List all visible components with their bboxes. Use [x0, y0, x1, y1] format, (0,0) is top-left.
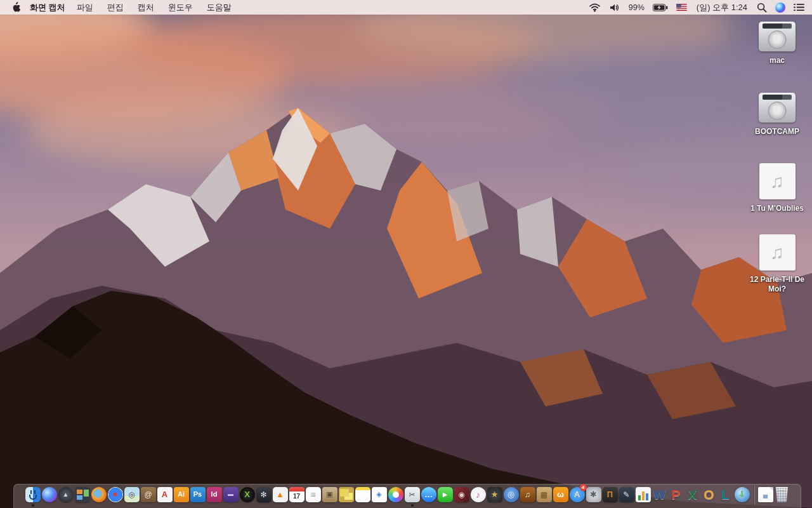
dock-item-siri[interactable]: [41, 486, 58, 503]
menu-item-4[interactable]: 윈도우: [168, 2, 193, 13]
image-document-icon: ▄: [758, 487, 773, 502]
dock-item-numbers[interactable]: [635, 486, 652, 503]
dock-item-ibooks[interactable]: ω: [553, 486, 569, 503]
finder-icon: [25, 487, 41, 502]
dock-item-calendar[interactable]: 17: [289, 486, 305, 503]
dock-item-illustrator[interactable]: Ai: [173, 486, 190, 503]
dock-item-trash[interactable]: [774, 486, 790, 503]
xee-icon: X: [240, 487, 255, 502]
dock-item-facetime[interactable]: ▶: [437, 486, 454, 503]
desktop-wallpaper: [0, 0, 812, 508]
firefox-icon: [91, 487, 107, 502]
dock-item-pages[interactable]: ✎: [619, 486, 635, 503]
dock-item-firefox[interactable]: [91, 486, 107, 503]
dock-item-disk-utility[interactable]: ✻: [256, 486, 272, 503]
dock-item-garageband[interactable]: ♫: [520, 486, 536, 503]
dock-item-lync[interactable]: L: [717, 486, 734, 503]
menu-item-2[interactable]: 편집: [107, 2, 124, 13]
dock-item-launchpad[interactable]: ▲: [58, 486, 74, 503]
dock-item-toast[interactable]: ▬: [223, 486, 239, 503]
dock-item-safari[interactable]: ◆: [107, 486, 124, 503]
mail-drop-box-icon: ▣: [322, 487, 337, 502]
siri-icon: [42, 487, 57, 502]
dock-item-grab[interactable]: ✂: [404, 486, 421, 503]
dock-item-keynote[interactable]: Π: [602, 486, 619, 503]
dock-item-mail-drop-box[interactable]: ▣: [322, 486, 338, 503]
menu-bar-menus: 파일편집캡처윈도우도움말: [77, 2, 232, 13]
dock-item-dvd-player[interactable]: ◎: [503, 486, 520, 503]
spotlight-search-icon[interactable]: [757, 3, 767, 13]
dock-item-stickies[interactable]: [338, 486, 355, 503]
wifi-icon[interactable]: [589, 3, 601, 12]
dock-item-app-store[interactable]: A4: [569, 486, 586, 503]
photos-icon: [388, 487, 403, 502]
dock-item-itunes[interactable]: ♪: [470, 486, 487, 503]
documents-icon: ◈: [372, 487, 387, 502]
dock-item-contacts[interactable]: @: [140, 486, 157, 503]
battery-charging-icon[interactable]: [653, 4, 668, 11]
desktop-icon-song-12[interactable]: ♫12 Parle-T-Il De Moi?: [748, 234, 806, 294]
dock-item-vlc[interactable]: ▲: [272, 486, 289, 503]
dock-item-xee[interactable]: X: [239, 486, 256, 503]
dock-item-reminders[interactable]: ≡: [305, 486, 322, 503]
us-flag-input-icon[interactable]: [676, 4, 687, 11]
reminders-icon: ≡: [306, 487, 321, 502]
menu-item-5[interactable]: 도움말: [207, 2, 232, 13]
menu-item-3[interactable]: 캡처: [138, 2, 154, 13]
volume-icon[interactable]: [609, 3, 620, 12]
apple-logo-icon: [11, 2, 20, 13]
keynote-icon: Π: [603, 487, 618, 502]
dock-item-photoshop[interactable]: Ps: [190, 486, 206, 503]
menu-bar-clock[interactable]: (일) 오후 1:24: [697, 2, 747, 13]
desktop-icon-mac[interactable]: mac: [748, 22, 806, 65]
hard-drive-icon: [759, 22, 796, 51]
notification-center-icon[interactable]: [794, 3, 804, 11]
dock-item-downloader[interactable]: ⇩: [734, 486, 750, 503]
safari-icon: ◆: [108, 487, 123, 502]
dock-item-image-document[interactable]: ▄: [757, 486, 774, 503]
outlook-icon: O: [702, 487, 717, 502]
menu-item-1[interactable]: 파일: [77, 2, 93, 13]
dock-item-clippings-board[interactable]: ▦: [536, 486, 553, 503]
calendar-icon: 17: [289, 487, 304, 502]
numbers-icon: [636, 487, 651, 502]
dock-item-photos[interactable]: [388, 486, 404, 503]
dock-item-powerpoint[interactable]: P: [668, 486, 684, 503]
dock-item-outlook[interactable]: O: [701, 486, 717, 503]
dock-item-finder[interactable]: [25, 486, 41, 503]
active-app-name[interactable]: 화면 캡처: [30, 2, 65, 13]
dock-item-notes[interactable]: [355, 486, 371, 503]
desktop-icon-bootcamp[interactable]: BOOTCAMP: [748, 93, 806, 137]
disk-utility-icon: ✻: [256, 487, 272, 502]
dock-item-excel[interactable]: X: [684, 486, 701, 503]
desktop-icon-song-1[interactable]: ♫1 Tu M'Oublies: [748, 163, 806, 213]
acrobat-reader-icon: A: [157, 487, 173, 502]
powerpoint-icon: P: [669, 487, 684, 502]
itunes-icon: ♪: [471, 487, 486, 502]
desktop-icon-label: mac: [769, 56, 785, 65]
vlc-icon: ▲: [273, 487, 288, 502]
dock-item-system-preferences[interactable]: ✱: [586, 486, 602, 503]
illustrator-icon: Ai: [174, 487, 189, 502]
apple-menu[interactable]: [11, 2, 21, 13]
desktop-icon-label: BOOTCAMP: [755, 127, 799, 137]
dock-item-preview[interactable]: ◎: [124, 486, 140, 503]
running-indicator: [32, 504, 34, 507]
dock-item-photo-booth[interactable]: ◉: [454, 486, 470, 503]
desktop-icon-label: 1 Tu M'Oublies: [750, 204, 804, 213]
word-icon: W: [652, 487, 667, 502]
notes-icon: [355, 487, 370, 502]
menu-bar: 화면 캡처 파일편집캡처윈도우도움말 99% (일) 오후 1:24: [0, 0, 812, 15]
lync-icon: L: [718, 487, 733, 502]
dock-item-word[interactable]: W: [652, 486, 668, 503]
system-preferences-icon: ✱: [586, 487, 601, 502]
dock-item-acrobat-reader[interactable]: A: [157, 486, 173, 503]
dock-item-mission-control[interactable]: [74, 486, 91, 503]
toast-icon: ▬: [223, 487, 239, 502]
dock-item-messages[interactable]: …: [421, 486, 437, 503]
dock-item-documents[interactable]: ◈: [371, 486, 388, 503]
dock-item-imovie[interactable]: ★: [487, 486, 503, 503]
dock-item-indesign[interactable]: Id: [206, 486, 223, 503]
audio-file-icon: ♫: [759, 163, 796, 199]
siri-icon[interactable]: [775, 3, 785, 13]
